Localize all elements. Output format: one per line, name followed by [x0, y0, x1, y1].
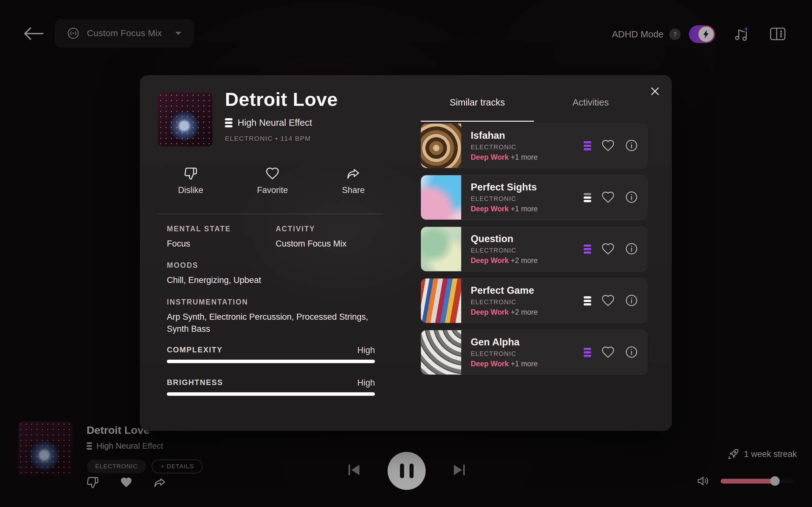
player-action-row [86, 476, 166, 490]
moods-label: MOODS [167, 261, 198, 270]
track-actions [583, 190, 647, 205]
streak-indicator: 1 week streak [727, 448, 797, 460]
info-button[interactable] [625, 139, 638, 153]
music-note-lightning-icon [733, 26, 749, 42]
tab-activities[interactable]: Activities [534, 97, 648, 122]
similar-track-row[interactable]: Perfect Game ELECTRONIC Deep Work +2 mor… [420, 278, 647, 323]
info-button[interactable] [625, 345, 638, 360]
thumbs-down-icon [184, 166, 198, 180]
track-title: Isfahan [471, 130, 583, 141]
track-actions [583, 242, 647, 257]
neural-effect-level-icon [583, 141, 591, 151]
activity-more: +1 more [511, 153, 538, 161]
moods-value: Chill, Energizing, Upbeat [167, 274, 261, 286]
similar-track-row[interactable]: Gen Alpha ELECTRONIC Deep Work +1 more [420, 330, 647, 375]
activity-name: Deep Work [471, 205, 509, 213]
info-icon [625, 345, 638, 359]
adhd-mode-toggle[interactable] [689, 25, 715, 43]
now-playing-badges: ELECTRONIC + DETAILS [87, 459, 203, 473]
similar-tracks-list: Isfahan ELECTRONIC Deep Work +1 more [420, 123, 647, 382]
focus-mix-label: Custom Focus Mix [87, 28, 162, 38]
share-button[interactable] [154, 476, 166, 490]
thumbs-down-icon [86, 476, 99, 489]
side-panel-toggle[interactable] [769, 26, 786, 42]
track-activity: Deep Work +2 more [471, 257, 583, 265]
info-button[interactable] [625, 294, 638, 308]
similar-track-row[interactable]: Question ELECTRONIC Deep Work +2 more [420, 227, 647, 272]
close-icon [650, 87, 660, 96]
mental-state-value: Focus [167, 238, 190, 250]
track-activity: Deep Work +1 more [471, 360, 583, 368]
track-info: Perfect Game ELECTRONIC Deep Work +2 mor… [461, 285, 583, 317]
track-neural-effect: High Neural Effect [225, 118, 312, 128]
panel-layout-icon [769, 26, 786, 41]
dislike-button[interactable] [86, 476, 99, 490]
activity-more: +2 more [511, 308, 538, 316]
next-track-button[interactable] [452, 463, 467, 477]
info-button[interactable] [625, 190, 638, 205]
now-playing-artwork[interactable] [18, 421, 72, 476]
track-artwork [158, 93, 212, 147]
track-genre: ELECTRONIC [471, 195, 583, 203]
adhd-mode-label: ADHD Mode [612, 29, 664, 40]
favorite-button[interactable] [601, 294, 615, 308]
heart-icon [601, 294, 615, 307]
neural-effect-music-icon[interactable] [733, 26, 749, 43]
next-icon [452, 463, 467, 476]
track-info: Gen Alpha ELECTRONIC Deep Work +1 more [461, 337, 583, 368]
track-genre: ELECTRONIC [471, 298, 583, 306]
favorite-button[interactable]: Favorite [250, 166, 295, 195]
heart-icon [601, 345, 615, 359]
similar-track-row[interactable]: Isfahan ELECTRONIC Deep Work +1 more [420, 123, 647, 168]
neural-effect-level-icon [583, 193, 591, 202]
genre-badge[interactable]: ELECTRONIC [87, 459, 146, 473]
track-title: Question [471, 233, 583, 245]
dislike-button[interactable]: Dislike [168, 166, 213, 195]
back-arrow-icon [22, 25, 45, 42]
info-icon [625, 139, 638, 152]
pause-bar [409, 464, 414, 478]
help-icon[interactable]: ? [669, 29, 681, 40]
similar-track-row[interactable]: Perfect Sights ELECTRONIC Deep Work +1 m… [420, 175, 647, 220]
track-title: Gen Alpha [471, 337, 583, 348]
tab-similar-tracks[interactable]: Similar tracks [420, 97, 534, 122]
details-badge[interactable]: + DETAILS [152, 459, 203, 473]
modal-tabs: Similar tracks Activities [420, 97, 647, 122]
heart-icon [601, 139, 615, 152]
track-title: Detroit Love [225, 89, 338, 110]
favorite-button[interactable] [601, 190, 615, 205]
share-button[interactable]: Share [331, 166, 375, 195]
track-artwork [421, 175, 461, 220]
track-artwork [421, 123, 461, 168]
track-genre: ELECTRONIC [471, 144, 583, 151]
top-right-controls: ADHD Mode ? [612, 25, 786, 44]
previous-track-button[interactable] [347, 463, 361, 477]
heart-icon [601, 242, 615, 256]
pause-button[interactable] [388, 452, 426, 490]
now-playing-title: Detroit Love [87, 424, 149, 436]
activity-name: Deep Work [471, 257, 509, 265]
toggle-knob [699, 26, 714, 42]
focus-mix-selector[interactable]: Custom Focus Mix [55, 19, 194, 48]
favorite-button[interactable] [601, 242, 615, 257]
volume-thumb[interactable] [770, 476, 780, 486]
track-title: Perfect Sights [471, 181, 583, 193]
instrumentation-label: INSTRUMENTATION [167, 298, 248, 306]
track-activity: Deep Work +1 more [471, 205, 583, 213]
volume-fill [721, 479, 775, 484]
instrumentation-value: Arp Synth, Electronic Percussion, Proces… [167, 311, 376, 335]
track-details-modal: Detroit Love High Neural Effect ELECTRON… [140, 75, 672, 431]
neural-effect-bars-icon [225, 118, 233, 127]
favorite-button[interactable] [601, 345, 615, 360]
info-button[interactable] [625, 242, 638, 257]
track-artwork [421, 330, 461, 375]
close-button[interactable] [650, 87, 660, 97]
neural-effect-level-icon [583, 245, 591, 254]
back-button[interactable] [22, 25, 45, 42]
favorite-button[interactable] [601, 139, 615, 153]
favorite-button[interactable] [120, 476, 133, 490]
speaker-icon[interactable] [697, 475, 710, 487]
disc-icon [67, 26, 80, 40]
complexity-bar [167, 360, 375, 363]
volume-slider[interactable] [721, 479, 793, 484]
